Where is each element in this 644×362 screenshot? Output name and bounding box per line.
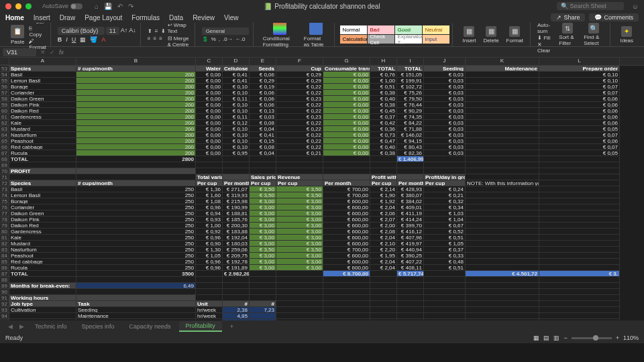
cell[interactable]: € 0,00 [323, 78, 370, 84]
cell[interactable]: Red cabbage [9, 259, 76, 265]
cell[interactable]: € 3,00 [250, 265, 276, 271]
cell[interactable]: 250 [76, 229, 196, 235]
cell[interactable]: € 0,03 [424, 96, 466, 102]
cell[interactable]: Task [76, 301, 196, 307]
cell[interactable]: € 0,94 [196, 210, 223, 217]
row-number[interactable]: 77 [0, 210, 9, 217]
tab-data[interactable]: Data [169, 14, 183, 21]
cell[interactable]: € 0,22 [276, 102, 323, 108]
cell[interactable]: Daikon Red [9, 108, 76, 114]
cell[interactable]: € 3,50 [276, 247, 323, 253]
cell[interactable]: € 0,51 [424, 235, 466, 241]
spreadsheet-grid[interactable]: ABCDEFGHIJKL 53Species# cups/monthWaterC… [0, 58, 644, 320]
cell[interactable]: € 3. [539, 271, 620, 277]
cell[interactable]: € 3,50 [250, 247, 276, 253]
cell[interactable]: € 0,00 [196, 108, 223, 114]
cell[interactable]: Total variable costs [196, 174, 223, 180]
font-name-select[interactable]: Calibri (Body) [58, 27, 105, 35]
row-number[interactable]: 64 [0, 132, 9, 138]
cell[interactable]: € 3,50 [276, 186, 323, 192]
cell[interactable]: € 0,07 [539, 90, 620, 96]
cell[interactable]: Lemon Basil [9, 78, 76, 84]
cell[interactable]: € 0,03 [424, 114, 466, 120]
row-number[interactable]: 60 [0, 108, 9, 114]
row-number[interactable]: 55 [0, 78, 9, 84]
cell[interactable]: € 0,07 [539, 84, 620, 90]
cell[interactable]: € 0,51 [424, 265, 466, 271]
cell[interactable]: € 0,22 [276, 138, 323, 144]
cell[interactable] [276, 319, 323, 320]
column-header[interactable]: G [323, 58, 370, 65]
cell[interactable]: € 0,22 [276, 144, 323, 150]
cell[interactable] [370, 289, 397, 295]
cell[interactable]: € 408,11 [397, 265, 424, 271]
zoom-slider[interactable] [572, 337, 612, 339]
cell-style[interactable]: Explanatory T... [395, 35, 422, 44]
cell[interactable]: € 3,00 [276, 210, 323, 217]
cell[interactable] [370, 301, 397, 307]
cell[interactable] [397, 313, 424, 319]
cell[interactable]: € 700,00 [323, 186, 370, 192]
cell[interactable]: € 75,26 [397, 90, 424, 96]
cell[interactable]: € 0,32 [424, 198, 466, 204]
cell[interactable]: Logistics [9, 319, 76, 320]
cell[interactable]: € 1.406,99 [397, 156, 424, 162]
cell[interactable]: € 0,00 [196, 90, 223, 96]
cell[interactable] [424, 271, 466, 277]
cell[interactable]: € 3,00 [276, 235, 323, 241]
cell[interactable] [539, 223, 620, 229]
cell[interactable]: Kale [9, 235, 76, 241]
cell[interactable] [370, 283, 397, 289]
cell[interactable]: 7,23 [250, 307, 276, 313]
ideas-button[interactable]: ✦Ideas [617, 25, 636, 45]
cell[interactable] [466, 96, 539, 102]
cell[interactable] [466, 132, 539, 138]
cell[interactable]: € 600,00 [323, 235, 370, 241]
cell[interactable] [276, 271, 323, 277]
cell[interactable]: Unit [196, 301, 223, 307]
column-header[interactable]: I [397, 58, 424, 65]
cell[interactable] [539, 289, 620, 295]
cell[interactable]: 200 [76, 96, 196, 102]
align-middle-icon[interactable]: ≡ [155, 28, 158, 34]
cell[interactable]: € 3,00 [250, 210, 276, 217]
cell[interactable]: € 102,72 [397, 84, 424, 90]
row-number[interactable]: 93 [0, 307, 9, 313]
undo-icon[interactable]: ↶ [117, 3, 123, 10]
cell[interactable]: € 411,19 [397, 210, 424, 217]
cell[interactable] [276, 162, 323, 168]
cell[interactable]: Revenue [276, 174, 323, 180]
cell[interactable] [250, 277, 276, 283]
cell[interactable] [466, 319, 539, 320]
cell[interactable]: € 0,00 [196, 102, 223, 108]
cell[interactable]: € 600,00 [323, 241, 370, 247]
cell[interactable] [323, 289, 370, 295]
cell[interactable]: € 0,90 [196, 241, 223, 247]
increase-font-icon[interactable]: A↑ [121, 27, 128, 35]
cell[interactable] [276, 168, 323, 174]
currency-icon[interactable]: 💲 [202, 36, 209, 42]
cell[interactable] [76, 162, 196, 168]
cell[interactable] [539, 156, 620, 162]
cell[interactable]: € 0,96 [196, 235, 223, 241]
cell[interactable]: € 0,29 [276, 78, 323, 84]
cell[interactable]: € 0,00 [323, 108, 370, 114]
cell-styles[interactable]: NormalBadGoodNeutralCalculationCheck Cel… [340, 25, 449, 44]
cell[interactable]: Gardencress [9, 114, 76, 120]
cell[interactable] [424, 162, 466, 168]
cell[interactable] [539, 180, 620, 186]
cell[interactable]: € 0,05 [539, 126, 620, 132]
cell[interactable] [76, 289, 196, 295]
cell[interactable]: 3500 [76, 271, 196, 277]
cell[interactable]: € 3,00 [276, 241, 323, 247]
cell[interactable]: Job type [9, 301, 76, 307]
row-number[interactable]: 68 [0, 156, 9, 162]
cell[interactable]: Daikon Green [9, 96, 76, 102]
cell[interactable]: € 0,00 [323, 90, 370, 96]
cell[interactable]: Daikon Red [9, 223, 76, 229]
cell-style[interactable]: Neutral [423, 25, 449, 34]
bold-button[interactable]: B [58, 36, 62, 43]
decrease-font-icon[interactable]: A↓ [129, 27, 136, 35]
cell[interactable]: € 0,13 [250, 108, 276, 114]
column-header[interactable]: A [9, 58, 76, 65]
